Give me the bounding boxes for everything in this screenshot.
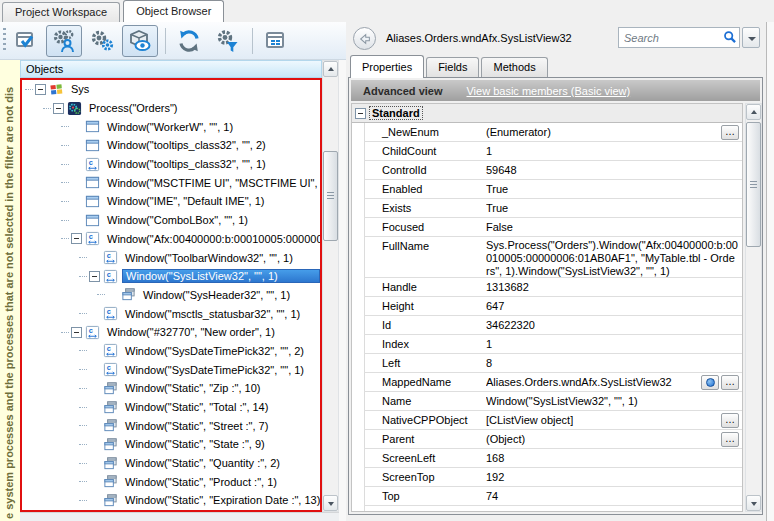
- basic-view-link[interactable]: View basic members (Basic view): [466, 85, 630, 97]
- tree-expander[interactable]: [53, 103, 64, 114]
- property-row[interactable]: ExistsTrue: [352, 199, 742, 218]
- tree-scrollbar[interactable]: [322, 60, 339, 512]
- property-row[interactable]: ChildCount1: [352, 142, 742, 161]
- property-row[interactable]: Index1: [352, 335, 742, 354]
- toolbar-grip[interactable]: [3, 28, 6, 53]
- property-row[interactable]: EnabledTrue: [352, 180, 742, 199]
- check-objects-button[interactable]: [8, 25, 44, 57]
- tree-row[interactable]: cWindow("ToolbarWindow32", "", 1): [22, 248, 320, 267]
- scroll-up-button[interactable]: [746, 104, 761, 120]
- property-row[interactable]: _NewEnum(Enumerator)…: [352, 123, 742, 142]
- tab-fields[interactable]: Fields: [426, 57, 479, 77]
- property-row[interactable]: Handle1313682: [352, 278, 742, 297]
- property-row[interactable]: MappedNameAliases.Orders.wndAfx.SysListV…: [352, 373, 742, 392]
- scroll-up-button[interactable]: [323, 61, 338, 77]
- tree-row[interactable]: cWindow("msctls_statusbar32", "", 1): [22, 304, 320, 323]
- property-row[interactable]: Height647: [352, 297, 742, 316]
- property-name: Exists: [382, 202, 411, 214]
- tree-row[interactable]: Window("WorkerW", "", 1): [22, 117, 320, 136]
- scroll-thumb[interactable]: [323, 151, 338, 241]
- object-spy-button[interactable]: [122, 25, 158, 57]
- property-row[interactable]: ScreenTop192: [352, 468, 742, 487]
- property-row[interactable]: Parent(Object)…: [352, 430, 742, 449]
- property-row[interactable]: Left8: [352, 354, 742, 373]
- tree-label: Window("MSCTFIME UI", "MSCTFIME UI", 1): [104, 176, 322, 190]
- panel-layout-button[interactable]: [258, 25, 294, 57]
- tree-row[interactable]: Window("Static", "Expiration Date :", 13…: [22, 491, 320, 510]
- tree-connector: [25, 89, 33, 90]
- tree-expander[interactable]: [71, 327, 82, 338]
- property-row[interactable]: NativeCPPObject[CListView object]…: [352, 411, 742, 430]
- tree-row[interactable]: Process("Orders"): [22, 99, 320, 118]
- tree-row[interactable]: Window("SysHeader32", "", 1): [22, 286, 320, 305]
- tree-row[interactable]: cWindow("#32770", "New order", 1): [22, 323, 320, 342]
- tree-row[interactable]: Window("Static", "Product :", 1): [22, 472, 320, 491]
- search-options-dropdown[interactable]: [742, 27, 760, 48]
- scroll-down-button[interactable]: [746, 495, 761, 511]
- property-row[interactable]: Id34622320: [352, 316, 742, 335]
- tree-row[interactable]: cWindow("Afx:00400000:b:00010005:0000000…: [22, 230, 320, 249]
- scroll-thumb[interactable]: [746, 122, 761, 247]
- tree-horizontal-scrollbar[interactable]: [20, 512, 339, 521]
- ellipsis-button[interactable]: …: [721, 413, 739, 428]
- tree-row[interactable]: cWindow("tooltips_class32", "", 1): [22, 155, 320, 174]
- tree-row[interactable]: Window("MSCTFIME UI", "MSCTFIME UI", 1): [22, 173, 320, 192]
- group-expander[interactable]: [355, 108, 366, 119]
- property-value: (Object): [486, 433, 738, 445]
- grid-scrollbar[interactable]: [745, 103, 762, 512]
- property-value: (Enumerator): [486, 126, 738, 138]
- tree-row[interactable]: Window("Static", "Total :", 14): [22, 398, 320, 417]
- back-button[interactable]: [353, 27, 376, 50]
- process-filter-button[interactable]: [209, 25, 245, 57]
- cube-eye-icon: [127, 29, 153, 53]
- tree-row[interactable]: cWindow("SysDateTimePick32", "", 1): [22, 360, 320, 379]
- tree-row[interactable]: Window("Static", "Zip :", 10): [22, 379, 320, 398]
- alias-button[interactable]: [701, 375, 719, 390]
- property-row[interactable]: UnicodeFalse: [352, 506, 742, 512]
- search-input[interactable]: [618, 27, 740, 48]
- property-row[interactable]: NameWindow("SysListView32", "", 1): [352, 392, 742, 411]
- scroll-down-button[interactable]: [323, 495, 338, 511]
- tree-connector: [79, 444, 87, 445]
- tree-connector: [43, 108, 51, 109]
- ellipsis-button[interactable]: …: [721, 432, 739, 447]
- svg-text:c: c: [107, 364, 111, 373]
- search-icon[interactable]: [723, 30, 737, 44]
- tree-row[interactable]: cWindow("SysListView32", "", 1): [22, 267, 320, 286]
- property-name: Top: [382, 490, 400, 502]
- tab-object-browser[interactable]: Object Browser: [123, 0, 224, 22]
- objects-column-header[interactable]: Objects: [20, 60, 322, 78]
- property-name: Height: [382, 300, 414, 312]
- property-name: Parent: [382, 433, 414, 445]
- tree-row[interactable]: Window("Static", "Quantity :", 2): [22, 454, 320, 473]
- tree-row[interactable]: Window("Static", "Street :", 7): [22, 416, 320, 435]
- property-row[interactable]: Top74: [352, 487, 742, 506]
- tree-label: Window("Static", "Expiration Date :", 13…: [122, 493, 322, 507]
- tab-methods[interactable]: Methods: [481, 57, 547, 77]
- tree-expander[interactable]: [89, 271, 100, 282]
- property-row[interactable]: ControlId59648: [352, 161, 742, 180]
- tree-row[interactable]: cWindow("SysDateTimePick32", "", 2): [22, 342, 320, 361]
- ellipsis-button[interactable]: …: [721, 125, 739, 140]
- show-system-processes-button[interactable]: [84, 25, 120, 57]
- property-row[interactable]: FullNameSys.Process("Orders").Window("Af…: [352, 237, 742, 278]
- static-icon: [103, 437, 118, 452]
- tab-properties[interactable]: Properties: [350, 55, 424, 78]
- property-row[interactable]: FocusedFalse: [352, 218, 742, 237]
- cwin-icon: c: [103, 269, 118, 284]
- tree-row[interactable]: Window("Static", "State :", 9): [22, 435, 320, 454]
- tree-row[interactable]: Window("ComboLBox", "", 1): [22, 211, 320, 230]
- property-name: ChildCount: [382, 145, 436, 157]
- group-row-standard[interactable]: Standard: [352, 104, 742, 123]
- window-icon: [85, 213, 100, 228]
- tree-row[interactable]: Sys: [22, 80, 320, 99]
- property-row[interactable]: ScreenLeft168: [352, 449, 742, 468]
- show-user-processes-button[interactable]: [46, 25, 82, 57]
- tree-expander[interactable]: [35, 84, 46, 95]
- refresh-button[interactable]: [171, 25, 207, 57]
- tree-expander[interactable]: [71, 233, 82, 244]
- tree-row[interactable]: Window("tooltips_class32", "", 2): [22, 136, 320, 155]
- ellipsis-button[interactable]: …: [721, 375, 739, 390]
- tree-row[interactable]: Window("IME", "Default IME", 1): [22, 192, 320, 211]
- tab-project-workspace[interactable]: Project Workspace: [2, 2, 120, 22]
